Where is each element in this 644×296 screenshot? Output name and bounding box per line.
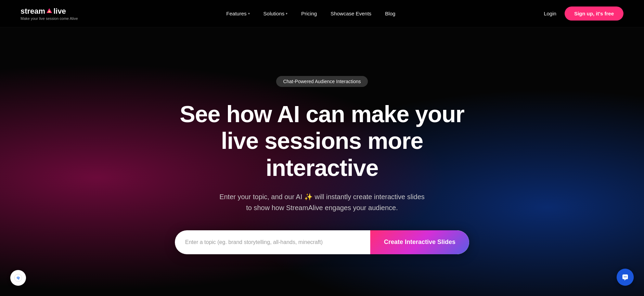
hero-title: See how AI can make your live sessions m… (168, 101, 476, 181)
svg-point-7 (625, 276, 626, 277)
logo-alive-text: live (53, 7, 66, 16)
nav-blog[interactable]: Blog (385, 11, 395, 16)
support-chat-button[interactable] (617, 269, 634, 286)
bottom-left-widget[interactable] (10, 270, 26, 286)
svg-point-8 (626, 276, 627, 277)
hero-badge: Chat-Powered Audience Interactions (276, 76, 368, 87)
nav-auth: Login Sign up, it's free (544, 7, 623, 21)
svg-point-3 (17, 278, 18, 278)
logo-tagline: Make your live session come Alive (21, 16, 78, 21)
chevron-down-icon: ▾ (248, 12, 250, 15)
logo-triangle-icon (46, 8, 52, 15)
chevron-down-icon: ▾ (286, 12, 287, 15)
svg-point-5 (18, 278, 19, 278)
login-button[interactable]: Login (544, 11, 556, 16)
nav-links: Features ▾ Solutions ▾ Pricing Showcase … (226, 11, 395, 16)
nav-pricing[interactable]: Pricing (301, 11, 317, 16)
signup-button[interactable]: Sign up, it's free (565, 7, 623, 21)
logo-stream-text: stream (21, 7, 45, 16)
svg-point-4 (18, 278, 18, 278)
nav-features[interactable]: Features ▾ (226, 11, 249, 16)
nav-solutions[interactable]: Solutions ▾ (263, 11, 288, 16)
topic-input-area: Create Interactive Slides (175, 230, 469, 254)
nav-showcase[interactable]: Showcase Events (331, 11, 371, 16)
topic-input[interactable] (175, 230, 370, 254)
create-slides-button[interactable]: Create Interactive Slides (370, 230, 469, 254)
navbar: stream live Make your live session come … (0, 0, 644, 27)
hero-subtitle: Enter your topic, and our AI ✨ will inst… (219, 191, 425, 213)
hero-section: Chat-Powered Audience Interactions See h… (0, 27, 644, 296)
svg-point-6 (624, 276, 624, 277)
logo-area: stream live Make your live session come … (21, 7, 78, 21)
logo[interactable]: stream live (21, 7, 66, 16)
